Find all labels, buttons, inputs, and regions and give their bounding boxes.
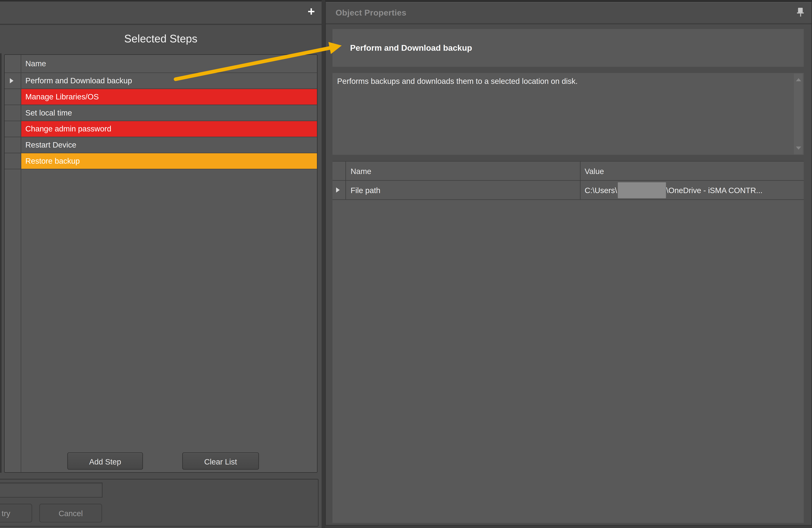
- selected-row-marker-icon: [10, 78, 14, 83]
- column-header-name[interactable]: Name: [21, 55, 317, 72]
- object-description: Performs backups and downloads them to a…: [337, 76, 790, 86]
- selected-steps-panel: + Selected Steps Name Perform and Downlo…: [0, 1, 322, 528]
- description-scrollbar[interactable]: [794, 73, 803, 154]
- step-row-restore-backup[interactable]: Restore backup: [5, 153, 317, 170]
- steps-table: Name Perform and Download backup Manage …: [4, 55, 317, 473]
- bottom-action-box: try Cancel: [0, 479, 319, 527]
- panel-divider[interactable]: [322, 0, 325, 528]
- property-name: File path: [346, 181, 581, 200]
- row-gutter: [5, 73, 21, 88]
- steps-table-header: Name: [5, 55, 317, 73]
- plus-icon: +: [308, 4, 315, 18]
- row-gutter: [5, 55, 21, 72]
- properties-table: Name Value File path C:\Users\\OneDrive …: [332, 161, 804, 523]
- step-row-label: Perform and Download backup: [21, 73, 317, 88]
- step-row-perform-and-download-backup[interactable]: Perform and Download backup: [5, 73, 317, 89]
- step-row-restart-device[interactable]: Restart Device: [5, 137, 317, 153]
- pin-icon[interactable]: [797, 8, 804, 17]
- add-step-button[interactable]: Add Step: [68, 453, 143, 469]
- step-row-label: Change admin password: [21, 121, 317, 137]
- step-row-label: Manage Libraries/OS: [21, 89, 317, 105]
- selected-steps-title: Selected Steps: [4, 31, 317, 47]
- row-gutter: [5, 137, 21, 153]
- scroll-down-icon[interactable]: [796, 146, 801, 150]
- add-tab-button[interactable]: +: [304, 4, 318, 19]
- object-properties-header: Object Properties: [326, 2, 811, 24]
- clear-list-button[interactable]: Clear List: [182, 453, 259, 469]
- object-description-box: Performs backups and downloads them to a…: [332, 73, 804, 155]
- property-value[interactable]: C:\Users\\OneDrive - iSMA CONTR...: [581, 181, 804, 200]
- tab-bar: +: [0, 1, 322, 25]
- row-gutter: [5, 121, 21, 137]
- property-row-file-path[interactable]: File path C:\Users\\OneDrive - iSMA CONT…: [332, 181, 804, 200]
- properties-table-header: Name Value: [332, 161, 804, 181]
- left-edge-strip: [0, 53, 1, 473]
- app-window: + Selected Steps Name Perform and Downlo…: [0, 0, 812, 528]
- row-gutter: [5, 89, 21, 105]
- object-properties-panel: Object Properties Perform and Download b…: [325, 1, 812, 525]
- step-row-label: Set local time: [21, 105, 317, 121]
- object-properties-title: Object Properties: [335, 2, 406, 23]
- step-row-manage-libraries-os[interactable]: Manage Libraries/OS: [5, 89, 317, 105]
- object-title-box: Perform and Download backup: [332, 29, 804, 67]
- column-header-name[interactable]: Name: [346, 162, 581, 180]
- value-prefix: C:\Users\: [584, 186, 617, 194]
- redacted-value: [618, 182, 666, 198]
- column-header-value[interactable]: Value: [581, 162, 804, 180]
- row-gutter: [5, 105, 21, 121]
- row-gutter: [332, 181, 346, 200]
- row-gutter: [5, 153, 21, 169]
- cancel-button[interactable]: Cancel: [40, 504, 102, 523]
- gutter-divider: [21, 166, 21, 472]
- step-row-label: Restart Device: [21, 137, 317, 153]
- step-row-change-admin-password[interactable]: Change admin password: [5, 121, 317, 137]
- text-input[interactable]: [0, 482, 103, 497]
- scroll-up-icon[interactable]: [796, 78, 801, 81]
- object-title: Perform and Download backup: [350, 29, 472, 67]
- retry-button[interactable]: try: [0, 504, 32, 523]
- selected-row-marker-icon: [336, 187, 340, 192]
- step-row-set-local-time[interactable]: Set local time: [5, 105, 317, 121]
- top-strip: [0, 0, 812, 1]
- step-row-label: Restore backup: [21, 153, 317, 169]
- value-suffix: \OneDrive - iSMA CONTR...: [666, 186, 763, 194]
- row-gutter: [332, 162, 346, 180]
